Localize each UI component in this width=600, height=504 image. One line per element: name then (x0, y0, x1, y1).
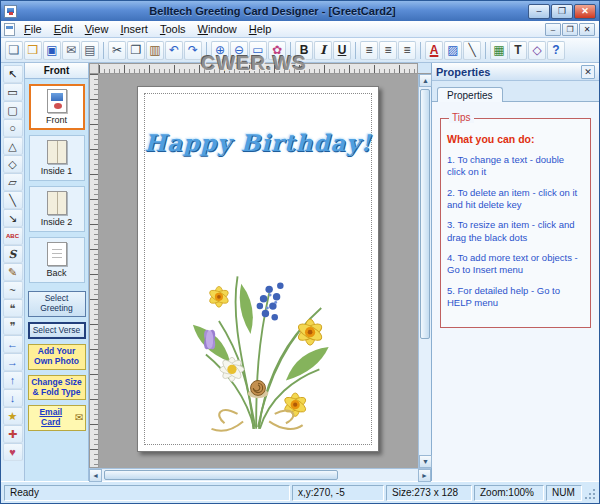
scroll-right-icon[interactable]: ► (418, 469, 431, 482)
card-page[interactable]: Happy Birthday! (137, 86, 379, 452)
line-tool[interactable]: ╲ (3, 191, 23, 209)
canvas-body: Happy Birthday! (89, 74, 431, 468)
close-button[interactable]: ✕ (574, 4, 596, 19)
tips-group-label: Tips (449, 112, 474, 123)
bouquet-image[interactable] (165, 231, 351, 437)
mdi-close-button[interactable]: ✕ (579, 23, 595, 36)
design-canvas[interactable]: Happy Birthday! (99, 74, 418, 468)
block-arrow-right-tool[interactable]: → (3, 353, 23, 371)
resize-grip[interactable] (584, 485, 597, 501)
rectangle-tool[interactable]: ▭ (3, 83, 23, 101)
line-color-icon[interactable]: ╲ (463, 41, 481, 60)
insert-shape-icon[interactable]: ◇ (528, 41, 546, 60)
canvas-area: CWER.WS Happy Birthday! (89, 63, 431, 481)
cross-tool[interactable]: ✚ (3, 425, 23, 443)
menu-item-window[interactable]: Window (192, 22, 243, 36)
scroll-left-icon[interactable]: ◄ (89, 469, 102, 482)
block-arrow-left-tool[interactable]: ← (3, 335, 23, 353)
horizontal-scroll-track[interactable] (102, 469, 418, 481)
status-ready: Ready (4, 485, 290, 501)
titlebar-controls: –❐✕ (528, 4, 596, 19)
current-page-header: Front (25, 63, 88, 79)
text-tool[interactable]: ABC (3, 227, 23, 245)
rounded-rectangle-tool[interactable]: ▢ (3, 101, 23, 119)
menu-item-tools[interactable]: Tools (154, 22, 192, 36)
open-icon[interactable]: ❒ (24, 41, 42, 60)
block-arrow-up-tool[interactable]: ↑ (3, 371, 23, 389)
menu-item-help[interactable]: Help (243, 22, 278, 36)
underline-icon[interactable]: U (333, 41, 351, 60)
minimize-button[interactable]: – (528, 4, 550, 19)
menu-item-view[interactable]: View (79, 22, 115, 36)
italic-icon[interactable]: I (314, 41, 332, 60)
parallelogram-tool[interactable]: ▱ (3, 173, 23, 191)
status-zoom: Zoom:100% (474, 485, 544, 501)
add-your-own-photo-button[interactable]: Add Your Own Photo (28, 344, 86, 370)
vertical-scrollbar[interactable]: ▲ ▼ (418, 74, 431, 468)
mdi-restore-button[interactable]: ❐ (562, 23, 578, 36)
page-button-front[interactable]: Front (29, 84, 85, 130)
select-tool[interactable]: ↖ (3, 65, 23, 83)
print-icon[interactable]: ▤ (81, 41, 99, 60)
select-verse-label: Select Verse (33, 326, 81, 336)
title-bar[interactable]: Belltech Greeting Card Designer - [Greet… (1, 1, 599, 21)
star-tool[interactable]: ★ (3, 407, 23, 425)
page-button-inside-1[interactable]: Inside 1 (29, 135, 85, 181)
select-greeting-button[interactable]: Select Greeting (28, 291, 86, 317)
change-size-fold-type-label: Change Size & Fold Type (30, 378, 84, 398)
menu-item-file[interactable]: File (18, 22, 48, 36)
page-button-inside-2[interactable]: Inside 2 (29, 186, 85, 232)
page-button-back[interactable]: Back (29, 237, 85, 283)
vertical-scroll-track[interactable] (419, 87, 431, 455)
app-icon (4, 5, 17, 18)
properties-close-icon[interactable]: ✕ (581, 65, 595, 79)
help-icon[interactable]: ? (547, 41, 565, 60)
page-thumb-front-icon (47, 89, 67, 113)
panel-actions: Select GreetingSelect VerseAdd Your Own … (25, 291, 88, 431)
document-icon[interactable] (4, 23, 15, 36)
tip-item-4: 4. To add more text or objects - Go to I… (447, 252, 584, 277)
scroll-down-icon[interactable]: ▼ (419, 455, 432, 468)
font-color-icon[interactable]: A (425, 41, 443, 60)
scroll-up-icon[interactable]: ▲ (419, 74, 432, 87)
horizontal-scroll-thumb[interactable] (104, 470, 338, 480)
redo-icon[interactable]: ↷ (184, 41, 202, 60)
align-center-icon[interactable]: ≡ (379, 41, 397, 60)
cut-icon[interactable]: ✂ (108, 41, 126, 60)
curve-tool[interactable]: ~ (3, 281, 23, 299)
save-icon[interactable]: ▣ (43, 41, 61, 60)
vertical-scroll-thumb[interactable] (420, 89, 430, 339)
align-left-icon[interactable]: ≡ (360, 41, 378, 60)
undo-icon[interactable]: ↶ (165, 41, 183, 60)
maximize-button[interactable]: ❐ (551, 4, 573, 19)
wordart-tool[interactable]: S (3, 245, 23, 263)
pencil-tool[interactable]: ✎ (3, 263, 23, 281)
arrow-line-tool[interactable]: ↘ (3, 209, 23, 227)
callout-right-tool[interactable]: ❞ (3, 317, 23, 335)
change-size-fold-type-button[interactable]: Change Size & Fold Type (28, 375, 86, 401)
heart-tool[interactable]: ♥ (3, 443, 23, 461)
email-card-button[interactable]: Email Card✉ (28, 405, 86, 431)
paste-icon[interactable]: ▥ (146, 41, 164, 60)
block-arrow-down-tool[interactable]: ↓ (3, 389, 23, 407)
email-icon[interactable]: ✉ (62, 41, 80, 60)
insert-textbox-icon[interactable]: T (509, 41, 527, 60)
page-buttons: FrontInside 1Inside 2Back (25, 79, 88, 283)
horizontal-scrollbar[interactable]: ◄ ► (89, 468, 431, 481)
card-greeting-text[interactable]: Happy Birthday! (138, 129, 378, 156)
callout-left-tool[interactable]: ❝ (3, 299, 23, 317)
fill-color-icon[interactable]: ▨ (444, 41, 462, 60)
ellipse-tool[interactable]: ○ (3, 119, 23, 137)
new-icon[interactable]: ❏ (5, 41, 23, 60)
select-verse-button[interactable]: Select Verse (28, 322, 86, 340)
menu-item-edit[interactable]: Edit (48, 22, 79, 36)
menu-item-insert[interactable]: Insert (114, 22, 154, 36)
copy-icon[interactable]: ❐ (127, 41, 145, 60)
mdi-minimize-button[interactable]: – (545, 23, 561, 36)
triangle-tool[interactable]: △ (3, 137, 23, 155)
align-right-icon[interactable]: ≡ (398, 41, 416, 60)
insert-image-icon[interactable]: ▦ (490, 41, 508, 60)
properties-header: Properties ✕ (432, 63, 599, 81)
diamond-tool[interactable]: ◇ (3, 155, 23, 173)
page-thumb-inside-1-icon (47, 140, 67, 164)
